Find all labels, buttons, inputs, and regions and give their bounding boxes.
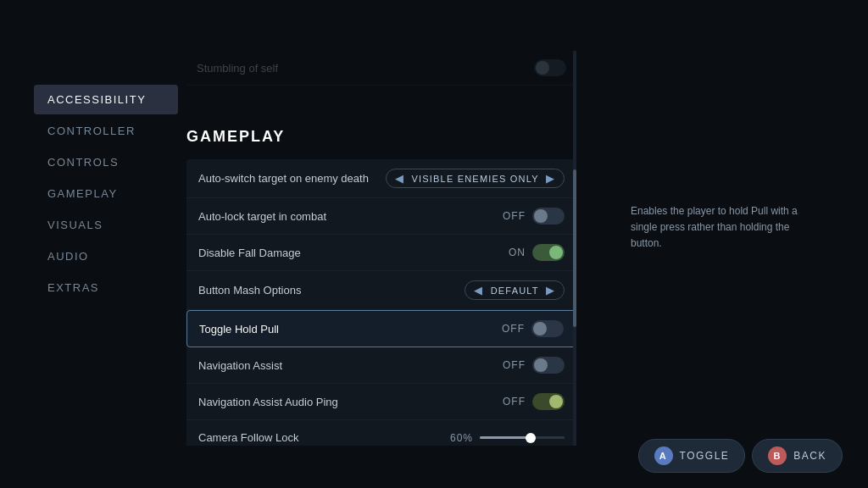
setting-label: Camera Follow Lock	[198, 431, 299, 444]
toggle-value: OFF	[503, 210, 526, 222]
setting-row-nav-assist[interactable]: Navigation Assist OFF	[186, 347, 576, 384]
sidebar-item-controls[interactable]: CONTROLS	[34, 147, 178, 177]
setting-label: Auto-switch target on enemy death	[198, 172, 369, 185]
setting-row-auto-lock[interactable]: Auto-lock target in combat OFF	[186, 198, 576, 235]
setting-label: Disable Fall Damage	[198, 247, 301, 259]
arrow-right-icon[interactable]: ▶	[546, 284, 555, 297]
selector-value: VISIBLE ENEMIES ONLY	[411, 174, 538, 184]
setting-control: ◀ DEFAULT ▶	[465, 280, 565, 300]
setting-label: Button Mash Options	[198, 284, 301, 297]
toggle-value: OFF	[503, 359, 526, 371]
bottom-buttons: A TOGGLE B BACK	[638, 439, 843, 473]
toggle-fall-damage[interactable]	[532, 244, 565, 261]
scrollbar-thumb[interactable]	[573, 169, 576, 327]
arrow-selector-button-mash[interactable]: ◀ DEFAULT ▶	[465, 280, 565, 300]
sidebar-item-accessibility[interactable]: ACCESSIBILITY	[34, 85, 178, 114]
slider-knob[interactable]	[526, 433, 536, 443]
sidebar: ACCESSIBILITY CONTROLLER CONTROLS GAMEPL…	[34, 85, 178, 304]
setting-label: Toggle Hold Pull	[199, 323, 279, 336]
slider-value: 60%	[450, 432, 473, 444]
sidebar-item-controller[interactable]: CONTROLLER	[34, 116, 178, 146]
toggle-hold-pull[interactable]	[531, 320, 564, 337]
sidebar-item-audio[interactable]: AUDIO	[34, 241, 178, 271]
arrow-selector-auto-switch[interactable]: ◀ VISIBLE ENEMIES ONLY ▶	[386, 169, 565, 188]
setting-control: 60%	[450, 432, 565, 444]
arrow-right-icon[interactable]: ▶	[546, 172, 555, 185]
setting-label: Auto-lock target in combat	[198, 210, 326, 223]
toggle-button-label: TOGGLE	[680, 450, 730, 462]
sidebar-item-extras[interactable]: EXTRAS	[34, 273, 178, 302]
setting-control: ◀ VISIBLE ENEMIES ONLY ▶	[386, 169, 565, 188]
b-button-circle: B	[768, 446, 787, 465]
setting-control: OFF	[503, 208, 565, 225]
arrow-left-icon[interactable]: ◀	[395, 172, 404, 185]
setting-label: Navigation Assist	[198, 359, 282, 372]
setting-row-fall-damage[interactable]: Disable Fall Damage ON	[186, 235, 576, 271]
setting-row-toggle-hold-pull[interactable]: Toggle Hold Pull OFF	[186, 310, 576, 347]
toggle-button[interactable]: A TOGGLE	[638, 439, 746, 473]
setting-control: OFF	[502, 320, 564, 337]
toggle-value: OFF	[503, 396, 526, 408]
setting-label: Navigation Assist Audio Ping	[198, 396, 338, 408]
section-title: GAMEPLAY	[186, 86, 576, 146]
sidebar-item-visuals[interactable]: VISUALS	[34, 210, 178, 240]
description-text: Enables the player to hold Pull with a s…	[631, 205, 798, 249]
faded-toggle	[534, 59, 566, 76]
setting-row-auto-switch[interactable]: Auto-switch target on enemy death ◀ VISI…	[186, 159, 576, 198]
toggle-value: ON	[509, 247, 526, 258]
a-button-circle: A	[654, 446, 673, 465]
setting-control: OFF	[503, 393, 565, 410]
toggle-value: OFF	[502, 323, 525, 335]
faded-label: Stumbling of self	[197, 62, 278, 75]
back-button[interactable]: B BACK	[752, 439, 843, 473]
slider-camera-follow[interactable]	[480, 436, 565, 439]
setting-row-nav-audio-ping[interactable]: Navigation Assist Audio Ping OFF	[186, 384, 576, 420]
arrow-left-icon[interactable]: ◀	[474, 284, 483, 297]
setting-control: ON	[509, 244, 565, 261]
scrollbar[interactable]	[573, 51, 576, 446]
setting-control: OFF	[503, 357, 565, 374]
toggle-nav-audio-ping[interactable]	[532, 393, 565, 410]
slider-fill	[480, 436, 531, 439]
toggle-nav-assist[interactable]	[532, 357, 565, 374]
toggle-auto-lock[interactable]	[532, 208, 565, 225]
setting-row-button-mash[interactable]: Button Mash Options ◀ DEFAULT ▶	[186, 271, 576, 310]
sidebar-item-gameplay[interactable]: GAMEPLAY	[34, 179, 178, 208]
setting-row-camera-follow[interactable]: Camera Follow Lock 60%	[186, 420, 576, 446]
description-panel: Enables the player to hold Pull with a s…	[631, 203, 817, 252]
settings-list: Auto-switch target on enemy death ◀ VISI…	[186, 159, 576, 446]
main-panel: Stumbling of self GAMEPLAY Auto-switch t…	[186, 51, 576, 446]
selector-value: DEFAULT	[491, 286, 539, 296]
back-button-label: BACK	[793, 450, 826, 462]
faded-row: Stumbling of self	[186, 51, 576, 86]
